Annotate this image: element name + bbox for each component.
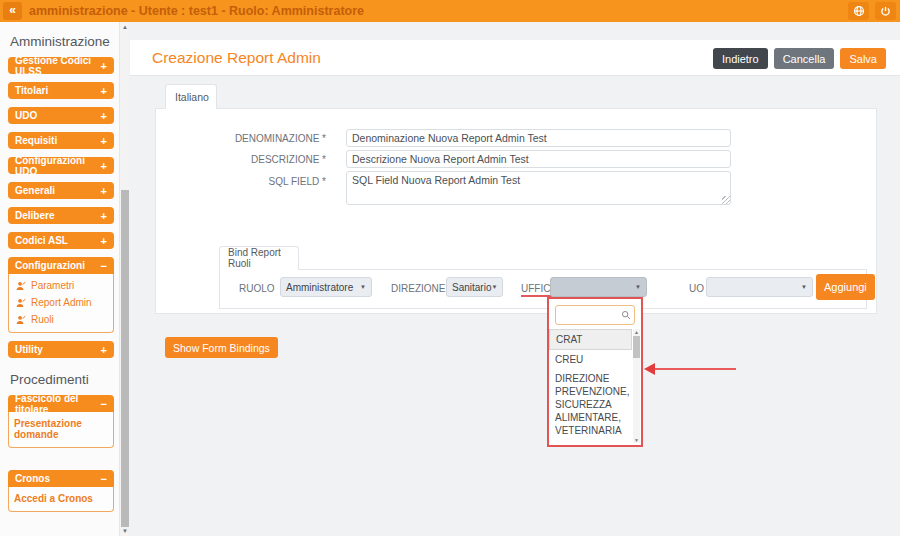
sidebar-item-fascicolo-del-titolare[interactable]: Fascicolo del titolare − [8, 395, 114, 412]
uffici-label: UFFICI [521, 283, 553, 297]
sidebar-item-label: Fascicolo del titolare [15, 393, 101, 415]
sidebar-item-udo[interactable]: UDO + [8, 107, 114, 124]
sidebar-item-label: Generali [15, 185, 55, 196]
sidebar-item-configurazioni-udo[interactable]: Configurazioni UDO + [8, 157, 114, 174]
sidebar-section-procedimenti: Procedimenti [10, 372, 109, 387]
plus-icon: + [101, 160, 107, 172]
chevron-down-icon: ▼ [491, 284, 497, 290]
minus-icon: − [101, 260, 107, 272]
descrizione-input[interactable] [346, 150, 731, 168]
scroll-down-icon[interactable]: ▼ [120, 528, 130, 534]
denominazione-label: DENOMINAZIONE * [166, 133, 326, 144]
user-icon [16, 315, 26, 325]
show-form-bindings-button[interactable]: Show Form Bindings [165, 337, 278, 358]
dropdown-option[interactable]: DIREZIONE PROGRAMMAZIONE [549, 440, 632, 443]
sidebar-subitem-label: Report Admin [31, 297, 92, 308]
plus-icon: + [101, 344, 107, 356]
globe-icon [853, 5, 865, 17]
sidebar-subitem-label: Ruoli [31, 314, 54, 325]
sidebar-item-requisiti[interactable]: Requisiti + [8, 132, 114, 149]
uo-label: UO [689, 283, 704, 294]
page-header: Creazione Report Admin Indietro Cancella… [130, 40, 900, 76]
scroll-down-icon[interactable]: ▼ [633, 437, 640, 443]
sidebar: Amministrazione Gestione Codici ULSS + T… [0, 22, 119, 536]
salva-button[interactable]: Salva [840, 48, 886, 69]
sidebar-item-utility[interactable]: Utility + [8, 341, 114, 358]
cancella-button[interactable]: Cancella [774, 48, 835, 69]
uo-select[interactable]: ▼ [706, 277, 813, 297]
sql-field-textarea[interactable]: SQL Field Nuova Report Admin Test [346, 171, 731, 205]
sidebar-item-gestione-codici-ulss[interactable]: Gestione Codici ULSS + [8, 57, 114, 74]
sidebar-section-amministrazione: Amministrazione [10, 34, 109, 49]
annotation-arrow-line [654, 368, 736, 370]
dropdown-option[interactable]: CRAT [549, 329, 632, 350]
sidebar-item-delibere[interactable]: Delibere + [8, 207, 114, 224]
ruolo-select-value: Amministratore [286, 282, 353, 293]
descrizione-label: DESCRIZIONE * [166, 154, 326, 165]
sidebar-subitem-label: Presentazione domande [14, 418, 109, 440]
sidebar-group-fascicolo: Fascicolo del titolare − Presentazione d… [8, 395, 114, 448]
globe-button[interactable] [848, 2, 869, 20]
plus-icon: + [101, 85, 107, 97]
tab-bind-report-ruoli[interactable]: Bind Report Ruoli [219, 246, 299, 270]
sidebar-item-codici-asl[interactable]: Codici ASL + [8, 232, 114, 249]
scroll-up-icon[interactable]: ▲ [633, 329, 640, 335]
form-card: DENOMINAZIONE * DESCRIZIONE * SQL FIELD … [155, 108, 877, 314]
plus-icon: + [101, 60, 107, 72]
sidebar-submenu-fascicolo: Presentazione domande [8, 412, 114, 448]
sidebar-item-presentazione-domande[interactable]: Presentazione domande [9, 415, 113, 443]
indietro-button[interactable]: Indietro [713, 48, 768, 69]
sidebar-scrollbar[interactable]: ▲ ▼ [119, 22, 129, 536]
sidebar-item-label: Delibere [15, 210, 54, 221]
aggiungi-button[interactable]: Aggiungi [816, 274, 875, 300]
sidebar-item-label: Utility [15, 344, 43, 355]
sidebar-item-configurazioni[interactable]: Configurazioni − [8, 257, 114, 274]
sidebar-item-label: UDO [15, 110, 37, 121]
sidebar-submenu-cronos: Accedi a Cronos [8, 487, 114, 512]
uffici-select[interactable]: ▼ [550, 277, 647, 297]
sidebar-subitem-label: Parametri [31, 280, 74, 291]
direzione-select-value: Sanitario [452, 282, 491, 293]
sidebar-item-generali[interactable]: Generali + [8, 182, 114, 199]
sidebar-item-report-admin[interactable]: Report Admin [9, 294, 113, 311]
user-icon [16, 281, 26, 291]
direzione-select[interactable]: Sanitario ▼ [446, 277, 503, 297]
plus-icon: + [101, 185, 107, 197]
dropdown-scrollbar[interactable]: ▲ ▼ [633, 329, 640, 443]
sidebar-subitem-label: Accedi a Cronos [14, 493, 93, 504]
scrollbar-thumb[interactable] [121, 190, 129, 527]
dropdown-option[interactable]: CREU [549, 350, 632, 369]
chevron-down-icon: ▼ [801, 284, 807, 290]
denominazione-input[interactable] [346, 129, 731, 147]
chevron-down-icon: ▼ [360, 284, 366, 290]
search-icon [621, 310, 631, 320]
sidebar-item-label: Cronos [15, 473, 50, 484]
sidebar-item-label: Configurazioni UDO [15, 155, 101, 177]
user-icon [16, 298, 26, 308]
logout-button[interactable] [875, 2, 896, 20]
sidebar-collapse-button[interactable]: « [3, 2, 22, 20]
sql-field-label: SQL FIELD * [166, 176, 326, 187]
sidebar-item-cronos[interactable]: Cronos − [8, 470, 114, 487]
ruolo-label: RUOLO [239, 283, 275, 294]
direzione-label: DIREZIONE [391, 283, 445, 294]
sidebar-item-parametri[interactable]: Parametri [9, 277, 113, 294]
annotation-arrow-icon [644, 363, 655, 375]
plus-icon: + [101, 135, 107, 147]
sidebar-item-accedi-a-cronos[interactable]: Accedi a Cronos [9, 490, 113, 507]
plus-icon: + [101, 110, 107, 122]
sidebar-group-cronos: Cronos − Accedi a Cronos [8, 470, 114, 512]
scrollbar-thumb[interactable] [633, 336, 640, 358]
resize-grip-icon[interactable] [722, 196, 730, 204]
header-actions: Indietro Cancella Salva [713, 48, 886, 69]
dropdown-option[interactable]: DIREZIONE PREVENZIONE, SICUREZZA ALIMENT… [549, 369, 632, 440]
sidebar-submenu-configurazioni: Parametri Report Admin Ruoli [8, 274, 114, 333]
uffici-dropdown-panel: CRAT CREU DIREZIONE PREVENZIONE, SICUREZ… [547, 297, 643, 447]
sidebar-item-ruoli[interactable]: Ruoli [9, 311, 113, 328]
tab-italiano[interactable]: Italiano [165, 84, 217, 109]
sidebar-item-titolari[interactable]: Titolari + [8, 82, 114, 99]
ruolo-select[interactable]: Amministratore ▼ [280, 277, 372, 297]
scroll-up-icon[interactable]: ▲ [120, 24, 130, 30]
page-title: Creazione Report Admin [152, 49, 321, 67]
bind-report-ruoli-panel: RUOLO Amministratore ▼ DIREZIONE Sanitar… [219, 269, 867, 309]
